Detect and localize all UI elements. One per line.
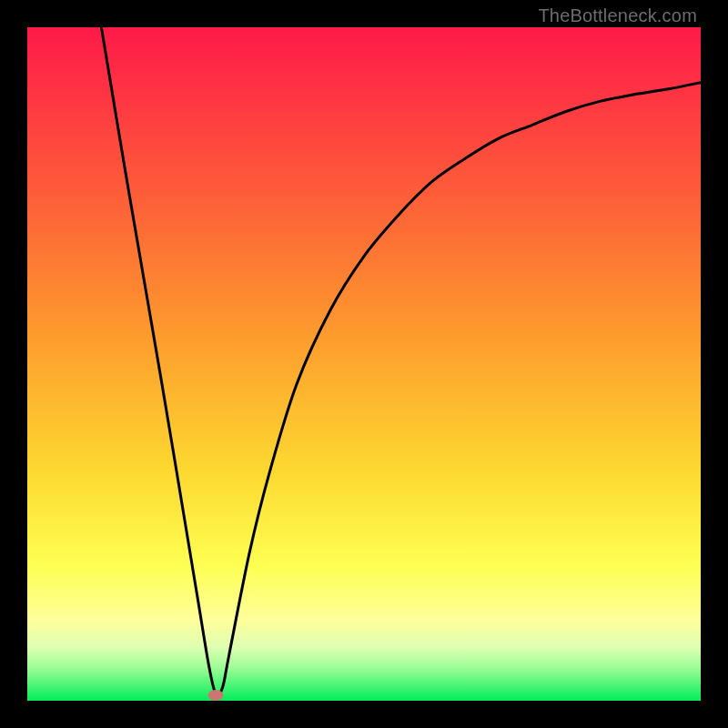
optimum-marker [208, 690, 224, 701]
chart-frame: TheBottleneck.com [0, 0, 728, 728]
bottleneck-curve [27, 27, 701, 701]
plot-area [27, 27, 701, 701]
watermark-text: TheBottleneck.com [538, 5, 697, 26]
